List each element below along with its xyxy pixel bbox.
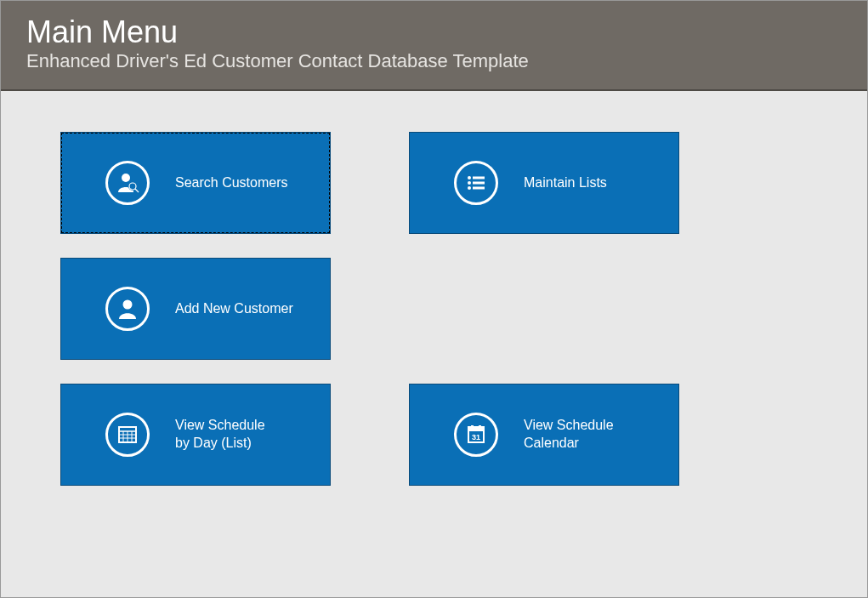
svg-rect-10 — [473, 187, 485, 190]
tile-label: Search Customers — [175, 174, 288, 192]
maintain-lists-button[interactable]: Maintain Lists — [409, 132, 679, 234]
svg-point-5 — [468, 176, 471, 179]
search-customers-button[interactable]: Search Customers — [60, 132, 331, 234]
calendar-grid-icon — [105, 413, 150, 457]
svg-point-7 — [468, 186, 471, 190]
svg-text:31: 31 — [472, 433, 480, 441]
tile-label: Add New Customer — [175, 300, 293, 318]
person-icon — [105, 287, 150, 331]
svg-point-11 — [123, 300, 133, 310]
main-menu-grid: Search Customers Maintain Lists Add New … — [1, 91, 867, 527]
header-bar: Main Menu Enhanced Driver's Ed Customer … — [1, 1, 867, 91]
svg-rect-9 — [473, 182, 485, 185]
view-schedule-day-button[interactable]: View Schedule by Day (List) — [60, 384, 331, 486]
tile-label: View Schedule by Day (List) — [175, 417, 265, 453]
svg-point-3 — [129, 183, 136, 190]
view-schedule-calendar-button[interactable]: 31 View Schedule Calendar — [409, 384, 679, 486]
add-new-customer-button[interactable]: Add New Customer — [60, 258, 331, 360]
tile-label: View Schedule Calendar — [524, 417, 614, 453]
tile-label: Maintain Lists — [524, 174, 607, 192]
list-icon — [454, 161, 498, 205]
svg-point-6 — [468, 181, 471, 185]
page-title: Main Menu — [26, 16, 842, 48]
svg-rect-20 — [468, 427, 484, 431]
svg-point-0 — [122, 174, 130, 182]
calendar-date-icon: 31 — [454, 413, 498, 457]
svg-rect-22 — [479, 425, 481, 429]
svg-rect-21 — [471, 425, 474, 429]
search-person-icon — [105, 161, 150, 205]
svg-rect-8 — [473, 177, 485, 179]
page-subtitle: Enhanced Driver's Ed Customer Contact Da… — [26, 50, 842, 72]
